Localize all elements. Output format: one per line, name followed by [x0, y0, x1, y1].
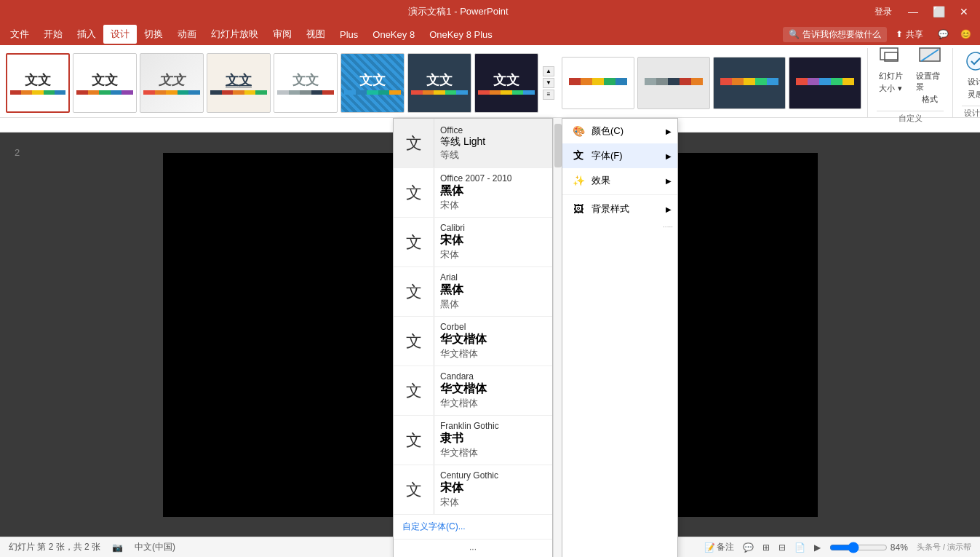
designer-icon	[962, 47, 980, 75]
font-item-candara[interactable]: 文 Candara 华文楷体 华文楷体	[394, 366, 552, 416]
background-icon: 🖼	[571, 203, 586, 215]
font-item-office2007[interactable]: 文 Office 2007 - 2010 黑体 宋体	[394, 168, 552, 218]
theme-item-5[interactable]: 文文	[274, 53, 338, 113]
notes-icon: 📝	[704, 542, 715, 553]
notes-button[interactable]: 📝 备注	[704, 541, 734, 553]
theme-item-7[interactable]: 文文	[407, 53, 471, 113]
theme-gallery: 文文 文文 文文	[6, 48, 556, 117]
minimize-button[interactable]: —	[902, 4, 924, 19]
theme-item-8[interactable]: 文文	[474, 53, 538, 113]
designer-button[interactable]: 设计 灵感	[962, 47, 980, 100]
slide-view-normal-icon[interactable]: ⊞	[762, 542, 770, 553]
svg-rect-0	[880, 48, 898, 60]
scroll-down-button[interactable]: ▼	[543, 78, 554, 88]
right-menu-font[interactable]: 文 字体(F) ▶	[562, 143, 677, 168]
menu-item-plus[interactable]: Plus	[332, 26, 365, 43]
font-item-corbel[interactable]: 文 Corbel 华文楷体 华文楷体	[394, 317, 552, 366]
restore-button[interactable]: ⬜	[927, 4, 951, 19]
title-bar: 演示文稿1 - PowerPoint 登录 — ⬜ ✕	[0, 0, 980, 23]
variant-item-1[interactable]	[562, 57, 634, 109]
font-preview-office2007: 文	[394, 168, 434, 217]
scroll-more-button[interactable]: ≡	[543, 90, 554, 100]
slide-number-indicator: 2	[15, 147, 20, 158]
dropdown-overlay: 文 Office 等线 Light 等线 文 Office 2007 - 201…	[393, 118, 678, 557]
slide-info: 幻灯片 第 2 张，共 2 张	[9, 541, 100, 553]
format-background-icon	[916, 42, 944, 69]
font-preview-century: 文	[394, 465, 434, 514]
color-arrow-icon: ▶	[666, 127, 672, 135]
slide-view-presentation-icon[interactable]: ▶	[814, 542, 821, 553]
slide-size-button[interactable]: 幻灯片 大小 ▾	[877, 42, 904, 105]
menu-item-onekey8plus[interactable]: OneKey 8 Plus	[422, 26, 500, 43]
slide-view-reading-icon[interactable]: 📄	[794, 542, 805, 553]
theme-item-1[interactable]: 文文	[6, 53, 70, 113]
search-bar[interactable]: 🔍 告诉我你想要做什么	[783, 27, 887, 42]
menu-item-view[interactable]: 视图	[299, 25, 332, 44]
login-button[interactable]: 登录	[867, 4, 899, 20]
font-more-indicator: ···	[394, 540, 552, 557]
variant-item-2[interactable]	[637, 57, 710, 109]
custom-font-button[interactable]: 自定义字体(C)...	[394, 515, 552, 540]
font-preview-candara: 文	[394, 366, 434, 415]
color-icon: 🎨	[571, 125, 586, 137]
font-scrollbar-thumb[interactable]	[554, 124, 562, 167]
right-menu-background[interactable]: 🖼 背景样式 ▶	[562, 197, 677, 221]
font-item-century[interactable]: 文 Century Gothic 宋体 宋体	[394, 465, 552, 515]
watermark: 头条号 / 演示帮	[917, 542, 971, 553]
theme-item-4[interactable]: 文文	[207, 53, 271, 113]
right-menu-color[interactable]: 🎨 颜色(C) ▶	[562, 119, 677, 143]
effect-icon: ✨	[571, 175, 586, 186]
share-button[interactable]: ⬆ 共享	[887, 25, 932, 44]
menu-item-animation[interactable]: 动画	[170, 25, 204, 44]
font-arrow-icon: ▶	[666, 152, 672, 160]
search-icon: 🔍	[789, 29, 800, 39]
search-placeholder: 告诉我你想要做什么	[802, 28, 881, 41]
effect-arrow-icon: ▶	[666, 177, 672, 185]
right-menu-effect[interactable]: ✨ 效果 ▶	[562, 168, 677, 193]
font-icon: 文	[571, 149, 586, 162]
designer-actions: 设计 灵感 设计器	[952, 48, 980, 117]
comment-icon[interactable]: 💬	[932, 26, 955, 42]
menu-item-design[interactable]: 设计	[103, 25, 137, 44]
language-indicator: 中文(中国)	[135, 541, 175, 553]
user-avatar[interactable]: 😊	[955, 26, 977, 42]
theme-item-6[interactable]: 文文	[340, 53, 405, 113]
menu-bar: 文件 开始 插入 设计 切换 动画 幻灯片放映 审阅 视图 Plus OneKe…	[0, 23, 980, 45]
slide-view-grid-icon[interactable]: ⊟	[778, 542, 786, 553]
font-dropdown: 文 Office 等线 Light 等线 文 Office 2007 - 201…	[393, 118, 553, 557]
menu-item-insert[interactable]: 插入	[70, 25, 103, 44]
font-preview-office: 文	[394, 119, 434, 167]
font-item-franklin[interactable]: 文 Franklin Gothic 隶书 华文楷体	[394, 416, 552, 465]
font-item-office[interactable]: 文 Office 等线 Light 等线	[394, 119, 552, 168]
zoom-range[interactable]	[829, 542, 888, 553]
font-preview-arial: 文	[394, 267, 434, 316]
slide-icon: 📷	[112, 542, 123, 553]
zoom-level: 84%	[891, 542, 908, 553]
ribbon: 文文 文文 文文	[0, 45, 980, 118]
variant-gallery	[556, 48, 867, 117]
variant-item-3[interactable]	[713, 57, 786, 109]
zoom-slider[interactable]: 84%	[829, 542, 908, 553]
share-icon: ⬆	[896, 29, 903, 39]
designer-label: 设计器	[962, 106, 980, 119]
menu-item-onekey8[interactable]: OneKey 8	[365, 26, 422, 43]
font-item-arial[interactable]: 文 Arial 黑体 黑体	[394, 267, 552, 317]
menu-item-review[interactable]: 审阅	[266, 25, 299, 44]
theme-item-2[interactable]: 文文	[73, 53, 137, 113]
menu-item-slideshow[interactable]: 幻灯片放映	[204, 25, 266, 44]
comments-icon[interactable]: 💬	[743, 542, 754, 553]
scroll-up-button[interactable]: ▲	[543, 66, 554, 76]
font-preview-corbel: 文	[394, 317, 434, 366]
font-scrollbar[interactable]	[553, 118, 562, 557]
font-preview-calibri: 文	[394, 218, 434, 266]
menu-item-file[interactable]: 文件	[3, 25, 36, 44]
variant-item-4[interactable]	[789, 57, 861, 109]
format-background-button[interactable]: 设置背景 格式	[916, 42, 944, 105]
right-dropdown-menu: 🎨 颜色(C) ▶ 文 字体(F) ▶ ✨ 效果 ▶ 🖼 背景样式 ▶ ····…	[562, 118, 678, 557]
theme-item-3[interactable]: 文文	[140, 53, 204, 113]
menu-item-transition[interactable]: 切换	[137, 25, 170, 44]
theme-scroll-controls: ▲ ▼ ≡	[541, 66, 556, 100]
close-button[interactable]: ✕	[954, 4, 974, 19]
font-item-calibri[interactable]: 文 Calibri 宋体 宋体	[394, 218, 552, 267]
menu-item-start[interactable]: 开始	[36, 25, 70, 44]
